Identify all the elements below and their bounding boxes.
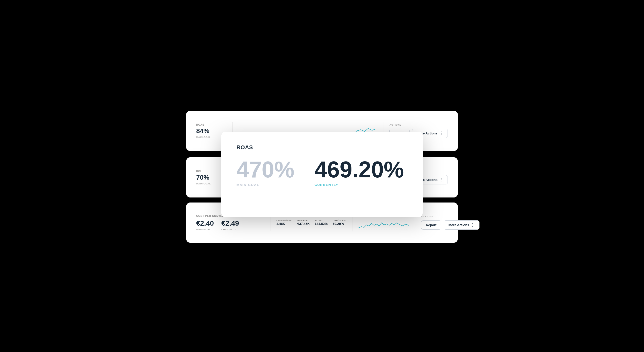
conversions-label: Conversions: <box>276 219 292 222</box>
crr-label: CRR/ACoS: <box>333 219 346 222</box>
cpc-values: €2.40 MAIN GOAL €2.49 CURRENTLY <box>196 219 264 231</box>
cpc-actions: ACTIONS Report More Actions <box>421 215 479 230</box>
roas-stat: ROAS: 144.52% <box>315 219 328 226</box>
roas-stat-label: ROAS: <box>315 219 328 222</box>
crr-stat: CRR/ACoS: 69.20% <box>333 219 346 226</box>
roas-actions-label: ACTIONS <box>389 124 401 126</box>
front-main-goal: 470% MAIN GOAL <box>236 158 294 187</box>
cpc-currently: €2.49 CURRENTLY <box>221 219 239 231</box>
front-metrics: 470% MAIN GOAL 469.20% CURRENTLY <box>236 158 404 187</box>
conversions-value: 4.46K <box>276 222 292 226</box>
cpc-main-goal-label: MAIN GOAL <box>196 228 214 231</box>
cpc-main-goal-value: €2.40 <box>196 219 214 227</box>
roas-stat-value: 144.52% <box>315 222 328 226</box>
cpc-more-button[interactable]: More Actions <box>444 220 479 230</box>
revenue-value: €37.46K <box>297 222 310 226</box>
cpc-action-buttons: Report More Actions <box>421 220 479 230</box>
cpc-main-goal: €2.40 MAIN GOAL <box>196 219 214 231</box>
roas-label: ROAS <box>196 123 226 126</box>
front-currently-label: CURRENTLY <box>314 183 404 187</box>
crr-value: 69.20% <box>333 222 346 226</box>
front-title: ROAS <box>236 144 253 151</box>
front-main-goal-label: MAIN GOAL <box>236 183 294 187</box>
revenue-stat: Revenue: €37.46K <box>297 219 310 226</box>
revenue-label: Revenue: <box>297 219 310 222</box>
front-currently-value: 469.20% <box>314 158 404 181</box>
roas-detail-card: ROAS 470% MAIN GOAL 469.20% CURRENTLY <box>221 132 423 217</box>
cpc-actions-label: ACTIONS <box>421 215 433 218</box>
cpc-currently-label: CURRENTLY <box>221 228 239 231</box>
front-currently: 469.20% CURRENTLY <box>314 158 404 187</box>
cpc-stats: Conversions: 4.46K Revenue: €37.46K ROAS… <box>276 219 346 226</box>
conversions-stat: Conversions: 4.46K <box>276 219 292 226</box>
cpc-currently-value: €2.49 <box>221 219 239 227</box>
cpc-report-button[interactable]: Report <box>421 220 441 230</box>
front-main-goal-value: 470% <box>236 158 294 181</box>
